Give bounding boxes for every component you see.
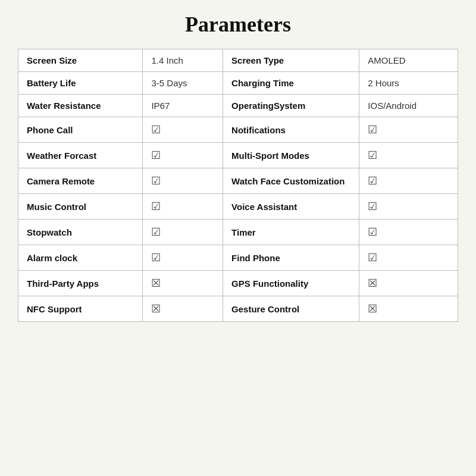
table-row: Weather Forcast☑Multi-Sport Modes☑ bbox=[18, 143, 458, 168]
table-row: NFC Support☒Gesture Control☒ bbox=[18, 296, 458, 322]
check-icon: ☑ bbox=[368, 201, 377, 212]
left-value: ☑ bbox=[143, 117, 223, 143]
table-row: Stopwatch☑Timer☑ bbox=[18, 220, 458, 245]
parameters-table: Screen Size1.4 InchScreen TypeAMOLEDBatt… bbox=[18, 49, 458, 322]
right-label: Charging Time bbox=[223, 72, 359, 95]
check-icon: ☑ bbox=[368, 124, 377, 136]
table-row: Phone Call☑Notifications☑ bbox=[18, 117, 458, 143]
right-value: 2 Hours bbox=[359, 72, 458, 95]
right-label: Screen Type bbox=[223, 49, 359, 72]
check-icon: ☑ bbox=[151, 124, 161, 136]
left-label: Battery Life bbox=[18, 72, 143, 95]
right-value: ☑ bbox=[359, 245, 458, 271]
left-value: ☑ bbox=[143, 194, 223, 220]
right-value: ☒ bbox=[359, 271, 458, 296]
right-label: Find Phone bbox=[223, 245, 359, 271]
check-icon: ☑ bbox=[368, 252, 377, 264]
cross-icon: ☒ bbox=[151, 277, 161, 289]
right-value: ☑ bbox=[359, 143, 458, 168]
table-row: Battery Life3-5 DaysCharging Time2 Hours bbox=[18, 72, 458, 95]
table-row: Water ResistanceIP67OperatingSystemIOS/A… bbox=[18, 95, 458, 117]
cross-icon: ☒ bbox=[151, 303, 161, 315]
left-label: Camera Remote bbox=[18, 168, 143, 194]
left-value: ☑ bbox=[143, 143, 223, 168]
check-icon: ☑ bbox=[151, 175, 161, 187]
left-label: Third-Party Apps bbox=[18, 271, 143, 296]
right-label: Multi-Sport Modes bbox=[223, 143, 359, 168]
left-value: ☒ bbox=[143, 296, 223, 322]
page-title: Parameters bbox=[185, 12, 291, 37]
left-label: Weather Forcast bbox=[18, 143, 143, 168]
right-label: Notifications bbox=[223, 117, 359, 143]
cross-icon: ☒ bbox=[368, 303, 377, 315]
table-row: Screen Size1.4 InchScreen TypeAMOLED bbox=[18, 49, 458, 72]
left-value: ☑ bbox=[143, 220, 223, 245]
right-label: Gesture Control bbox=[223, 296, 359, 322]
left-label: Water Resistance bbox=[18, 95, 143, 117]
right-value: AMOLED bbox=[359, 49, 458, 72]
right-label: GPS Functionality bbox=[223, 271, 359, 296]
left-value: IP67 bbox=[143, 95, 223, 117]
table-row: Alarm clock☑Find Phone☑ bbox=[18, 245, 458, 271]
cross-icon: ☒ bbox=[368, 277, 377, 289]
check-icon: ☑ bbox=[151, 226, 161, 238]
right-value: ☑ bbox=[359, 117, 458, 143]
right-label: Watch Face Customization bbox=[223, 168, 359, 194]
left-label: Stopwatch bbox=[18, 220, 143, 245]
left-label: NFC Support bbox=[18, 296, 143, 322]
right-label: Voice Assistant bbox=[223, 194, 359, 220]
table-row: Music Control☑Voice Assistant☑ bbox=[18, 194, 458, 220]
left-label: Music Control bbox=[18, 194, 143, 220]
right-label: OperatingSystem bbox=[223, 95, 359, 117]
check-icon: ☑ bbox=[368, 226, 377, 238]
right-label: Timer bbox=[223, 220, 359, 245]
table-row: Camera Remote☑Watch Face Customization☑ bbox=[18, 168, 458, 194]
check-icon: ☑ bbox=[368, 149, 377, 161]
check-icon: ☑ bbox=[368, 175, 377, 187]
left-value: 1.4 Inch bbox=[143, 49, 223, 72]
left-value: ☑ bbox=[143, 245, 223, 271]
right-value: ☒ bbox=[359, 296, 458, 322]
right-value: ☑ bbox=[359, 194, 458, 220]
right-value: ☑ bbox=[359, 220, 458, 245]
check-icon: ☑ bbox=[151, 149, 161, 161]
left-value: ☒ bbox=[143, 271, 223, 296]
check-icon: ☑ bbox=[151, 201, 161, 212]
left-value: ☑ bbox=[143, 168, 223, 194]
left-label: Alarm clock bbox=[18, 245, 143, 271]
left-value: 3-5 Days bbox=[143, 72, 223, 95]
left-label: Screen Size bbox=[18, 49, 143, 72]
right-value: IOS/Android bbox=[359, 95, 458, 117]
left-label: Phone Call bbox=[18, 117, 143, 143]
check-icon: ☑ bbox=[151, 252, 161, 264]
table-row: Third-Party Apps☒GPS Functionality☒ bbox=[18, 271, 458, 296]
right-value: ☑ bbox=[359, 168, 458, 194]
